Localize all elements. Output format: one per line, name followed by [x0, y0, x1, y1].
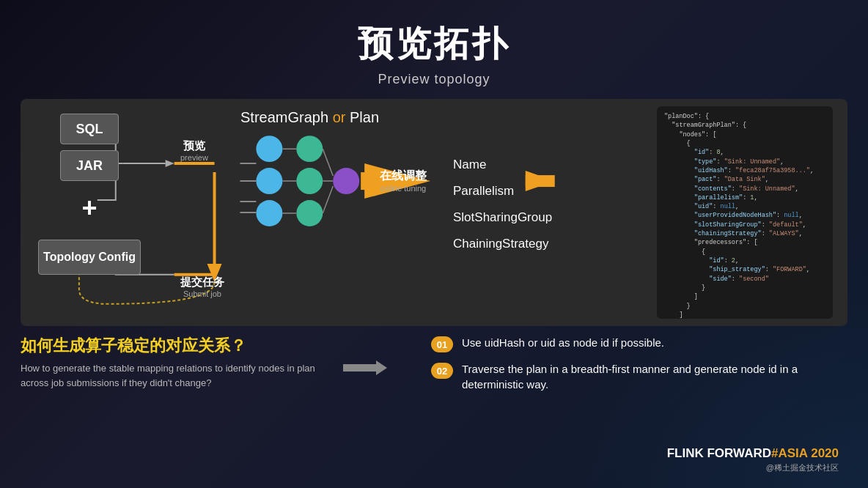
prop-slot-sharing: SlotSharingGroup [453, 210, 552, 225]
title-section: 预览拓扑 Preview topology [0, 0, 868, 87]
arrow-section [328, 335, 402, 401]
svg-marker-1 [166, 160, 174, 167]
online-label: 在线调整 online tuning [380, 169, 427, 193]
svg-point-8 [256, 168, 282, 194]
prop-parallelism: Parallelism [453, 184, 552, 199]
svg-point-10 [296, 136, 323, 162]
plan-text: Plan [350, 109, 379, 125]
title-zh: 预览拓扑 [0, 21, 868, 67]
branding-section: FLINK FORWARD#ASIA 2020 @稀土掘金技术社区 [667, 446, 839, 473]
online-zh: 在线调整 [380, 169, 427, 184]
diagram-container: SQL JAR + Topology Config StreamGraph or… [21, 99, 847, 326]
preview-en: preview [180, 153, 208, 162]
svg-marker-29 [343, 361, 387, 375]
preview-zh: 预览 [180, 139, 208, 153]
or-text: or [333, 109, 346, 125]
svg-point-12 [296, 200, 323, 226]
right-arrow-icon [343, 357, 387, 379]
svg-point-9 [256, 200, 282, 226]
num-badge-2: 02 [431, 363, 453, 379]
main-container: 预览拓扑 Preview topology [0, 0, 868, 488]
svg-point-11 [296, 168, 323, 194]
bottom-right: 01 Use uidHash or uid as node id if poss… [402, 335, 847, 401]
submit-label: 提交任务 Submit job [180, 276, 224, 298]
numbered-item-1: 01 Use uidHash or uid as node id if poss… [431, 335, 847, 352]
svg-line-17 [323, 149, 333, 176]
prop-name: Name [453, 158, 552, 172]
flink-forward-text: FLINK FORWARD [667, 446, 771, 460]
num-text-2: Traverse the plan in a breadth-first man… [462, 361, 847, 392]
sql-box: SQL [60, 114, 119, 144]
submit-zh: 提交任务 [180, 276, 224, 289]
title-en: Preview topology [0, 72, 868, 87]
prop-chaining: ChainingStrategy [453, 237, 552, 251]
streamgraph-text: StreamGraph [240, 109, 328, 125]
json-content: "planDoc": { "streamGraphPlan": { "nodes… [664, 112, 825, 319]
hash-asia-text: #ASIA 2020 [771, 446, 839, 460]
topology-config-box: Topology Config [38, 240, 141, 275]
jar-box: JAR [60, 150, 119, 181]
svg-point-13 [333, 168, 359, 194]
svg-point-7 [256, 136, 282, 162]
num-badge-1: 01 [431, 336, 453, 352]
online-en: online tuning [380, 184, 427, 193]
flink-brand: FLINK FORWARD#ASIA 2020 [667, 446, 839, 461]
watermark: @稀土掘金技术社区 [667, 462, 839, 473]
num-text-1: Use uidHash or uid as node id if possibl… [462, 335, 664, 350]
question-zh: 如何生成算子稳定的对应关系？ [21, 335, 328, 357]
question-en: How to generate the stable mapping relat… [21, 361, 328, 390]
properties-list: Name Parallelism SlotSharingGroup Chaini… [453, 158, 552, 251]
numbered-item-2: 02 Traverse the plan in a breadth-first … [431, 361, 847, 392]
preview-label: 预览 preview [180, 139, 208, 162]
submit-en: Submit job [180, 289, 224, 298]
plus-sign: + [81, 193, 97, 223]
streamgraph-label: StreamGraph or Plan [240, 109, 379, 126]
svg-line-19 [323, 186, 333, 213]
bottom-left: 如何生成算子稳定的对应关系？ How to generate the stabl… [21, 335, 328, 401]
json-panel: "planDoc": { "streamGraphPlan": { "nodes… [657, 106, 833, 319]
left-inputs: SQL JAR + Topology Config [38, 114, 141, 275]
bottom-section: 如何生成算子稳定的对应关系？ How to generate the stabl… [21, 335, 847, 401]
